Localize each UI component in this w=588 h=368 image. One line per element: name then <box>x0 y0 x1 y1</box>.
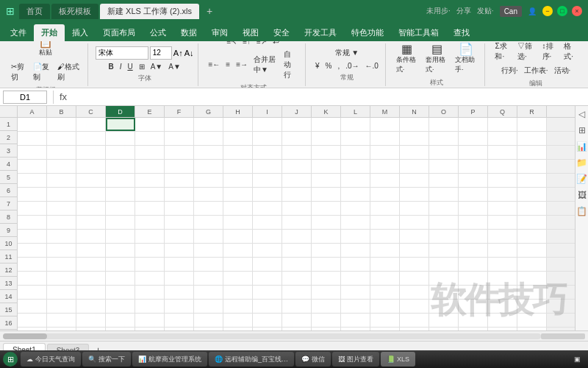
cell-E7[interactable] <box>135 202 165 215</box>
auto-row-button[interactable]: 自动行 <box>282 49 301 81</box>
cell-O5[interactable] <box>429 174 459 187</box>
cell-R1[interactable] <box>517 118 547 131</box>
cell-D6[interactable] <box>106 188 135 201</box>
wrap-button[interactable]: ⮐ <box>270 41 282 46</box>
row-7[interactable]: 7 <box>0 197 17 210</box>
cell-A8[interactable] <box>18 216 47 229</box>
cell-J5[interactable] <box>282 174 312 187</box>
doc-assist-button[interactable]: 📄 文档助手· <box>452 42 480 76</box>
cell-N2[interactable] <box>400 132 429 145</box>
underline-button[interactable]: U <box>125 62 135 71</box>
cell-A1[interactable] <box>18 118 47 131</box>
cell-P4[interactable] <box>459 160 488 173</box>
cell-K4[interactable] <box>312 160 341 173</box>
cell-B13[interactable] <box>47 286 76 299</box>
cell-H1[interactable] <box>223 118 253 131</box>
cell-A4[interactable] <box>18 160 47 173</box>
cell-P15[interactable] <box>459 314 488 327</box>
align-left-button[interactable]: ≡← <box>206 60 222 69</box>
cell-D3[interactable] <box>106 146 135 159</box>
formula-input[interactable] <box>70 91 585 104</box>
cell-N9[interactable] <box>400 230 429 243</box>
copy-button[interactable]: 📄复制 <box>31 61 54 83</box>
cell-E4[interactable] <box>135 160 165 173</box>
ribbon-tab-formula[interactable]: 公式 <box>143 24 173 41</box>
cell-C8[interactable] <box>76 216 106 229</box>
cell-F10[interactable] <box>165 244 194 257</box>
cell-L10[interactable] <box>341 244 370 257</box>
decrease-font-button[interactable]: A↓ <box>184 49 194 57</box>
cell-R9[interactable] <box>517 230 547 243</box>
cell-A7[interactable] <box>18 202 47 215</box>
col-header-R[interactable]: R <box>517 106 547 117</box>
col-header-P[interactable]: P <box>459 106 488 117</box>
cell-R16[interactable] <box>517 328 547 330</box>
cell-B12[interactable] <box>47 272 76 285</box>
cell-H15[interactable] <box>223 314 253 327</box>
cell-M2[interactable] <box>370 132 400 145</box>
cell-D5[interactable] <box>106 174 135 187</box>
cell-G16[interactable] <box>194 328 223 330</box>
cell-O10[interactable] <box>429 244 459 257</box>
cell-G6[interactable] <box>194 188 223 201</box>
cell-N8[interactable] <box>400 216 429 229</box>
col-header-M[interactable]: M <box>370 106 400 117</box>
horizontal-scrollbar-thumb[interactable] <box>3 333 47 339</box>
corner-cell[interactable] <box>0 106 17 118</box>
cell-J13[interactable] <box>282 286 312 299</box>
cell-G14[interactable] <box>194 300 223 313</box>
cell-F2[interactable] <box>165 132 194 145</box>
cell-P12[interactable] <box>459 272 488 285</box>
conditional-format-button[interactable]: ▦ 条件格式· <box>393 42 421 76</box>
cell-D14[interactable] <box>106 300 135 313</box>
percent-button[interactable]: % <box>323 61 334 71</box>
cell-C5[interactable] <box>76 174 106 187</box>
merge-center-button[interactable]: 合并居中▼ <box>251 54 280 76</box>
cell-C1[interactable] <box>76 118 106 131</box>
row-15[interactable]: 15 <box>0 303 17 316</box>
col-header-G[interactable]: G <box>194 106 223 117</box>
cell-P3[interactable] <box>459 146 488 159</box>
cell-B1[interactable] <box>47 118 76 131</box>
cell-P13[interactable] <box>459 286 488 299</box>
cell-R7[interactable] <box>517 202 547 215</box>
row-3[interactable]: 3 <box>0 144 17 158</box>
collapse-sidebar-icon[interactable]: ◁ <box>578 109 585 119</box>
cell-O16[interactable] <box>429 328 459 330</box>
cell-J15[interactable] <box>282 314 312 327</box>
cell-Q13[interactable] <box>488 286 517 299</box>
number-format-dropdown[interactable]: 常规 ▼ <box>333 47 362 59</box>
cell-L3[interactable] <box>341 146 370 159</box>
cell-N14[interactable] <box>400 300 429 313</box>
cell-I3[interactable] <box>253 146 282 159</box>
cell-R11[interactable] <box>517 258 547 271</box>
cell-J8[interactable] <box>282 216 312 229</box>
col-header-L[interactable]: L <box>341 106 370 117</box>
col-header-E[interactable]: E <box>135 106 165 117</box>
cell-K10[interactable] <box>312 244 341 257</box>
cell-I1[interactable] <box>253 118 282 131</box>
cell-F6[interactable] <box>165 188 194 201</box>
cell-A13[interactable] <box>18 286 47 299</box>
cell-G12[interactable] <box>194 272 223 285</box>
col-header-A[interactable]: A <box>18 106 47 117</box>
cell-C11[interactable] <box>76 258 106 271</box>
post-button[interactable]: 发贴· <box>477 6 494 16</box>
increase-font-button[interactable]: A↑ <box>173 49 183 57</box>
taskbar-remote[interactable]: 🌐 远程辅助编_百宝线… <box>209 352 294 367</box>
cell-N1[interactable] <box>400 118 429 131</box>
cell-J6[interactable] <box>282 188 312 201</box>
cell-O1[interactable] <box>429 118 459 131</box>
cell-P9[interactable] <box>459 230 488 243</box>
col-header-D[interactable]: D <box>106 106 135 117</box>
cell-I12[interactable] <box>253 272 282 285</box>
cell-G9[interactable] <box>194 230 223 243</box>
cell-E12[interactable] <box>135 272 165 285</box>
maximize-button[interactable]: □ <box>557 6 567 16</box>
cell-G7[interactable] <box>194 202 223 215</box>
cell-M11[interactable] <box>370 258 400 271</box>
cell-K11[interactable] <box>312 258 341 271</box>
ribbon-tab-review[interactable]: 审阅 <box>204 24 235 41</box>
cell-Q11[interactable] <box>488 258 517 271</box>
ribbon-tab-developer[interactable]: 开发工具 <box>297 24 344 41</box>
